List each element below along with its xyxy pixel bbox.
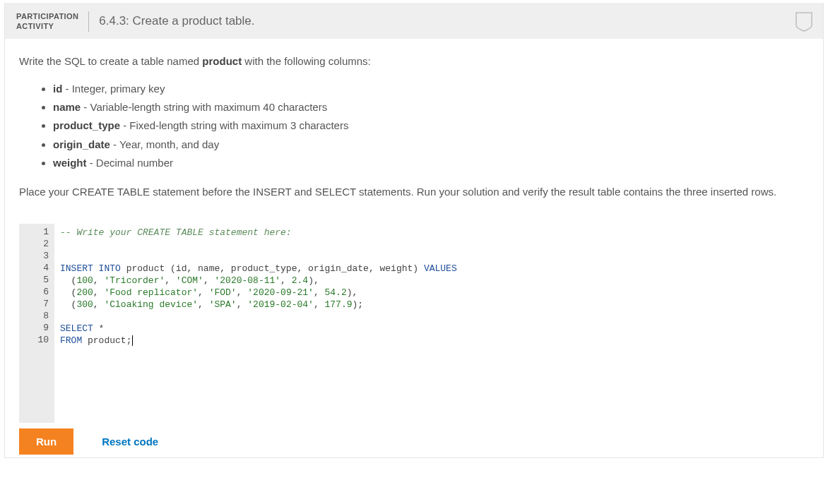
line-number: 8 xyxy=(19,311,54,323)
prompt-text: Write the SQL to create a table named pr… xyxy=(19,53,809,69)
line-number: 1 xyxy=(19,227,54,239)
list-item: product_type - Fixed-length string with … xyxy=(53,117,809,133)
run-button[interactable]: Run xyxy=(19,428,73,455)
prompt-bold: product xyxy=(202,55,242,67)
list-item: name - Variable-length string with maxim… xyxy=(53,99,809,115)
activity-card: PARTICIPATION ACTIVITY 6.4.3: Create a p… xyxy=(4,3,824,458)
activity-title: 6.4.3: Create a product table. xyxy=(89,14,254,28)
line-number: 9 xyxy=(19,323,54,335)
line-number: 4 xyxy=(19,263,54,275)
code-editor[interactable]: 1 2 3 4 5 6 7 8 9 10 -- Write your CREAT… xyxy=(19,224,809,423)
activity-type-label: PARTICIPATION ACTIVITY xyxy=(16,11,89,32)
activity-body: Write the SQL to create a table named pr… xyxy=(5,39,823,220)
line-number: 6 xyxy=(19,287,54,299)
activity-type-line2: ACTIVITY xyxy=(16,22,54,30)
line-number: 5 xyxy=(19,275,54,287)
line-number-gutter: 1 2 3 4 5 6 7 8 9 10 xyxy=(19,224,54,423)
reset-code-button[interactable]: Reset code xyxy=(102,436,158,448)
code-text[interactable]: -- Write your CREATE TABLE statement her… xyxy=(54,224,809,423)
list-item: id - Integer, primary key xyxy=(53,80,809,97)
activity-header: PARTICIPATION ACTIVITY 6.4.3: Create a p… xyxy=(5,4,823,39)
list-item: weight - Decimal number xyxy=(53,155,809,171)
line-number: 10 xyxy=(19,335,54,347)
text-cursor xyxy=(132,335,133,346)
bookmark-icon[interactable] xyxy=(795,11,813,35)
list-item: origin_date - Year, month, and day xyxy=(53,136,809,152)
activity-type-line1: PARTICIPATION xyxy=(16,12,78,20)
line-number: 3 xyxy=(19,251,54,263)
line-number: 2 xyxy=(19,239,54,251)
prompt-trail: with the following columns: xyxy=(242,55,371,67)
line-number: 7 xyxy=(19,299,54,311)
column-spec-list: id - Integer, primary key name - Variabl… xyxy=(19,80,809,171)
followup-text: Place your CREATE TABLE statement before… xyxy=(19,184,809,200)
prompt-lead: Write the SQL to create a table named xyxy=(19,55,202,67)
action-bar: Run Reset code xyxy=(5,423,823,457)
